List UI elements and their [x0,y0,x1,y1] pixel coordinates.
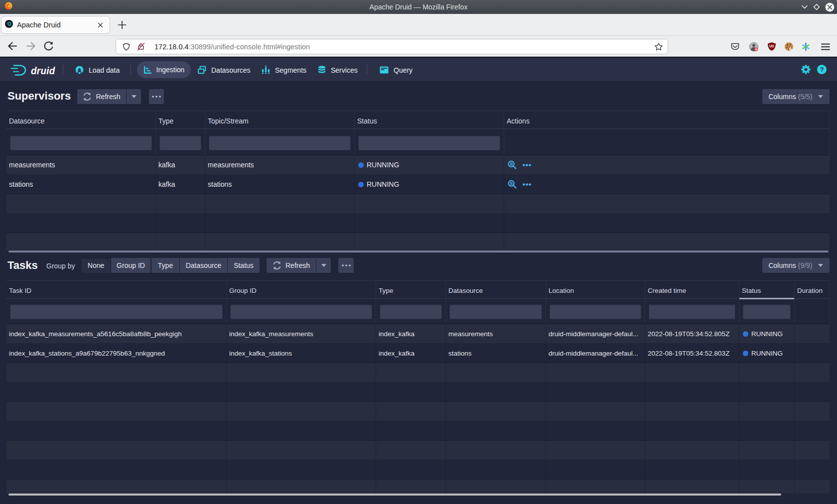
svg-text:druid: druid [31,65,55,76]
svg-text:UO: UO [769,44,774,48]
svg-text:?: ? [820,66,824,73]
